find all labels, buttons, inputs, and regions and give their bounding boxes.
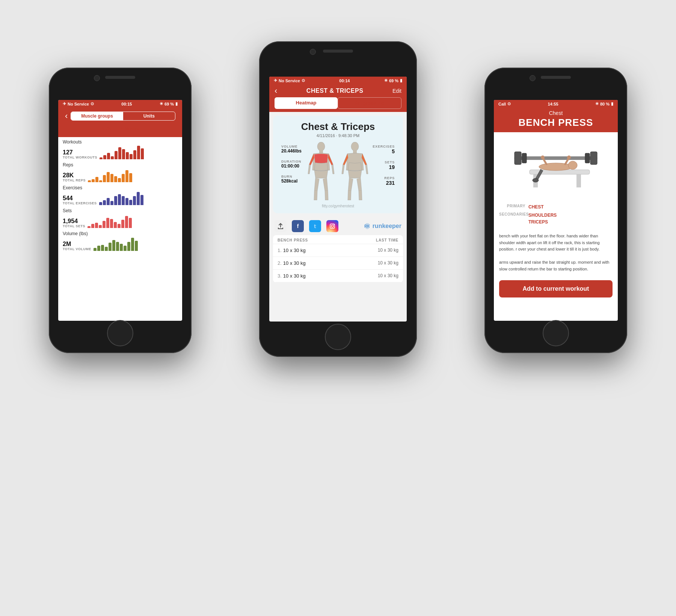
instagram-icon [329,223,335,229]
share-icon-facebook[interactable]: f [292,220,304,232]
right-status-bar: Call ⊙ 14:55 ✳ 80 % ▮ [494,100,618,108]
heatmap-area: VOLUME 20.446lbs DURATION 01:00:00 BURN … [278,141,398,201]
left-battery-pct: 69 % [164,102,174,106]
right-home-button[interactable] [543,320,569,346]
exercise-header-name: BENCH PRESS [278,238,308,242]
bar [125,198,128,205]
right-status-left: Call ⊙ [498,101,511,106]
right-subtitle: Chest [499,110,613,116]
left-battery-icon: ▮ [175,101,178,106]
exercise-row-2-last: 10 x 30 kg [378,260,398,266]
filter-period-arrow: ▼ [121,127,124,130]
bar [129,200,132,205]
right-battery-icon: ▮ [611,101,613,106]
muscle-info: PRIMARY CHEST SECONDARIES SHOULDERS TRIC… [494,200,618,231]
volume-chart [94,237,138,251]
tab-heatmap[interactable]: Heatmap [275,97,338,109]
share-row: f 𝕥 RK [269,217,407,235]
stat-duration-item: DURATION 01:00:00 [281,160,302,169]
share-icon-twitter[interactable]: 𝕥 [309,220,321,232]
left-content: ✈ No Service ⊙ 00:15 ✳ 69 % ▮ ‹ [58,100,182,321]
center-title: CHEST & TRICEPS [277,88,392,94]
exercise-row-3-num: 3.10 x 30 kg [278,273,306,279]
right-speaker [541,76,571,79]
stat-sets: Sets 1,954 TOTAL SETS [63,208,178,228]
bar [114,196,117,205]
bar [103,175,106,182]
stat-volume-sub: TOTAL VOLUME [63,247,91,251]
svg-point-2 [351,142,359,151]
filter-period-pill[interactable]: ▼ Months [117,125,142,132]
center-battery-pct: 69 % [389,79,398,83]
right-header: Chest BENCH PRESS [494,108,618,132]
left-time: 00:15 [121,102,132,106]
bar [118,194,121,205]
bar [99,225,102,228]
bar [105,247,108,251]
stat-volume: Volume (lbs) 2M TOTAL VOLUME [63,231,178,251]
share-icon-upload[interactable] [275,220,287,232]
muscle-secondary-row: SECONDARIES SHOULDERS TRICEPS [499,212,613,225]
segment-muscle-groups[interactable]: Muscle groups [71,112,123,120]
phone-center: ✈ No Service ⊙ 00:14 ✳ 69 % ▮ ‹ CH [259,41,417,357]
bar [92,179,95,182]
bar [133,150,136,159]
svg-point-17 [568,161,577,169]
center-bt-icon: ✳ [384,78,388,83]
right-screen: Call ⊙ 14:55 ✳ 80 % ▮ Chest BENCH PRESS [494,100,618,321]
svg-rect-15 [585,153,590,163]
svg-rect-12 [515,152,521,165]
center-battery-icon: ▮ [400,78,402,83]
stat-volume-item: VOLUME 20.446lbs [281,145,302,154]
right-battery-pct: 80 % [600,102,610,106]
stat-workouts: Workouts 127 TOTAL WORKOUTS [63,139,178,159]
bar [124,246,127,251]
scene: ✈ No Service ⊙ 00:15 ✳ 69 % ▮ ‹ [0,0,676,616]
tab-progress-pic[interactable]: Progress pic [338,97,401,109]
svg-text:RK: RK [364,224,370,228]
stat-sets-item: SETS 19 [373,160,395,170]
left-home-button[interactable] [107,320,133,346]
filter-count-pill[interactable]: ▼ 36 [98,125,114,132]
reps-chart [88,169,132,182]
secondary-label: SECONDARIES [499,212,525,216]
center-nav: ‹ CHEST & TRICEPS Edit [269,85,407,97]
center-camera [310,49,316,55]
left-back-button[interactable]: ‹ [65,112,68,120]
bar [114,176,117,182]
exercise-header-last: LAST TIME [376,238,398,242]
bar [107,172,110,182]
add-to-workout-button[interactable]: Add to current workout [499,280,613,297]
bar [103,200,106,205]
filter-period-value: Months [125,126,139,131]
stats-left: VOLUME 20.446lbs DURATION 01:00:00 BURN … [281,145,302,184]
bar [110,174,113,182]
stat-reps-item: REPS 231 [373,176,395,186]
filter-count-value: 36 [106,126,111,131]
stat-burn-item: BURN 528kcal [281,175,302,184]
bar [99,180,102,182]
stat-sets-value: 1,954 [63,218,85,224]
stat-workouts-label: Workouts [63,139,178,145]
exercise-row-1: 1.10 x 30 kg 10 x 30 kg [273,244,403,257]
bar [101,245,104,251]
stat-volume-label: Volume (lbs) [63,231,178,236]
left-filter-row: ▼ 36 ▼ Months [62,123,178,134]
bar [112,240,115,251]
segment-units[interactable]: Units [123,112,175,120]
share-icon-instagram[interactable] [326,220,338,232]
bar [118,178,121,182]
center-back-button[interactable]: ‹ [275,87,277,95]
description-text: bench with your feet flat on the floor. … [499,234,600,251]
center-time: 00:14 [339,79,350,83]
bar [110,219,113,228]
svg-rect-13 [522,153,527,163]
svg-point-16 [539,163,573,171]
filter-count-arrow: ▼ [102,127,105,130]
center-edit-button[interactable]: Edit [392,88,401,94]
stat-sets-label: Sets [63,208,178,213]
exercise-description: bench with your feet flat on the floor. … [494,231,618,276]
left-bt-icon: ✳ [160,101,163,106]
right-camera [530,75,536,81]
center-home-button[interactable] [325,324,351,350]
